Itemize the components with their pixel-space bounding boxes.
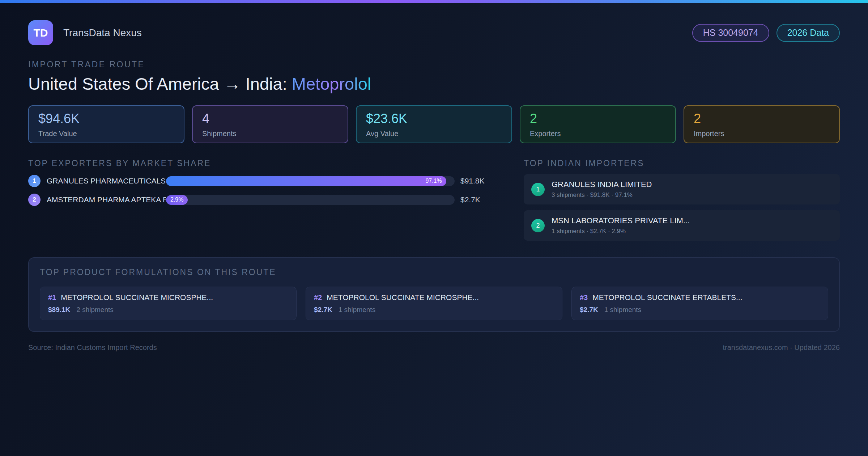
market-share-percent: 97.1% [425,178,442,184]
formulation-name: METOPROLOL SUCCINATE MICROSPHE... [61,293,213,302]
rank-badge: 1 [531,183,545,196]
exporter-row[interactable]: 2 AMSTERDAM PHARMA APTEKA RX... 2.9% $2.… [28,194,509,206]
stat-label: Trade Value [38,130,174,138]
formulation-value: $2.7K [314,306,332,314]
app-logo-text: TD [34,27,48,39]
formulation-card[interactable]: #2 METOPROLOL SUCCINATE MICROSPHE... $2.… [306,287,562,320]
formulation-card[interactable]: #1 METOPROLOL SUCCINATE MICROSPHE... $89… [40,287,297,320]
importer-row[interactable]: 1 GRANULES INDIA LIMITED 3 shipments · $… [524,174,840,204]
formulation-name: METOPROLOL SUCCINATE MICROSPHE... [327,293,479,302]
formulations-heading: TOP PRODUCT FORMULATIONS ON THIS ROUTE [40,267,828,277]
formulation-card[interactable]: #3 METOPROLOL SUCCINATE ERTABLETS... $2.… [571,287,828,320]
page-content: TD TransData Nexus HS 30049074 2026 Data… [0,20,868,352]
market-share-bar-fill: 97.1% [166,176,446,186]
market-share-percent: 2.9% [170,197,183,203]
mid-section: TOP EXPORTERS BY MARKET SHARE 1 GRANULES… [28,159,840,241]
formulation-title-row: #2 METOPROLOL SUCCINATE MICROSPHE... [314,293,554,302]
formulation-cards: #1 METOPROLOL SUCCINATE MICROSPHE... $89… [40,287,828,320]
formulation-shipments: 1 shipments [339,306,375,314]
stat-label: Importers [694,130,830,138]
stat-label: Avg Value [366,130,502,138]
formulation-stats-row: $2.7K 1 shipments [314,306,554,314]
year-data-badge[interactable]: 2026 Data [776,24,840,42]
importers-heading: TOP INDIAN IMPORTERS [524,159,840,168]
footer-site: transdatanexus.com · Updated 2026 [723,343,840,352]
rank-badge: 2 [28,194,41,206]
stat-value: $94.6K [38,111,174,126]
stat-value: 2 [694,111,830,126]
stat-card-importers: 2 Importers [684,105,840,143]
exporters-section: TOP EXPORTERS BY MARKET SHARE 1 GRANULES… [28,159,509,241]
importers-section: TOP INDIAN IMPORTERS 1 GRANULES INDIA LI… [524,159,840,241]
brand: TD TransData Nexus [28,20,142,45]
exporter-name: GRANULES PHARMACEUTICALS INC [47,177,166,185]
market-share-bar-track: 97.1% [166,176,455,186]
importer-name: MSN LABORATORIES PRIVATE LIM... [552,216,690,225]
market-share-bar-fill: 2.9% [166,195,188,205]
market-share-bar-track: 2.9% [166,195,455,205]
stat-value: 2 [530,111,666,126]
stat-label: Shipments [202,130,338,138]
header-badges: HS 30049074 2026 Data [692,24,840,42]
formulation-shipments: 1 shipments [604,306,641,314]
exporter-name: AMSTERDAM PHARMA APTEKA RX... [47,195,166,204]
exporter-row[interactable]: 1 GRANULES PHARMACEUTICALS INC 97.1% $91… [28,175,509,187]
stat-card-exporters: 2 Exporters [520,105,676,143]
stat-value: 4 [202,111,338,126]
rank-badge: 1 [28,175,41,187]
importer-meta: 1 shipments · $2.7K · 2.9% [552,228,690,235]
formulation-shipments: 2 shipments [76,306,113,314]
formulation-rank: #2 [314,294,322,302]
importer-name: GRANULES INDIA LIMITED [552,180,652,189]
formulations-panel: TOP PRODUCT FORMULATIONS ON THIS ROUTE #… [28,257,840,332]
formulation-stats-row: $2.7K 1 shipments [580,306,820,314]
exporter-value: $91.8K [460,177,485,185]
stat-card-shipments: 4 Shipments [192,105,348,143]
stat-label: Exporters [530,130,666,138]
stat-value: $23.6K [366,111,502,126]
stat-card-avg-value: $23.6K Avg Value [356,105,512,143]
footer: Source: Indian Customs Import Records tr… [28,343,840,352]
importer-row[interactable]: 2 MSN LABORATORIES PRIVATE LIM... 1 ship… [524,210,840,241]
importer-text: GRANULES INDIA LIMITED 3 shipments · $91… [552,180,652,199]
footer-source: Source: Indian Customs Import Records [28,343,157,352]
app-logo: TD [28,20,53,45]
importer-text: MSN LABORATORIES PRIVATE LIM... 1 shipme… [552,216,690,235]
page-title: United States Of America → India: Metopr… [28,74,840,94]
route-title-product: Metoprolol [292,74,371,93]
stat-cards: $94.6K Trade Value 4 Shipments $23.6K Av… [28,105,840,143]
stat-card-trade-value: $94.6K Trade Value [28,105,184,143]
exporters-heading: TOP EXPORTERS BY MARKET SHARE [28,159,509,168]
formulation-name: METOPROLOL SUCCINATE ERTABLETS... [592,293,742,302]
formulation-value: $2.7K [580,306,598,314]
header: TD TransData Nexus HS 30049074 2026 Data [28,20,840,45]
rank-badge: 2 [531,219,545,232]
top-accent-bar [0,0,868,3]
formulation-rank: #1 [48,294,56,302]
exporter-value: $2.7K [460,195,480,204]
formulation-value: $89.1K [48,306,70,314]
formulation-rank: #3 [580,294,588,302]
hs-code-badge[interactable]: HS 30049074 [692,24,769,42]
formulation-title-row: #3 METOPROLOL SUCCINATE ERTABLETS... [580,293,820,302]
route-title-main: United States Of America → India: [28,74,292,93]
app-name: TransData Nexus [63,27,142,39]
route-eyebrow: IMPORT TRADE ROUTE [28,60,840,69]
formulation-stats-row: $89.1K 2 shipments [48,306,288,314]
importer-meta: 3 shipments · $91.8K · 97.1% [552,191,652,199]
formulation-title-row: #1 METOPROLOL SUCCINATE MICROSPHE... [48,293,288,302]
